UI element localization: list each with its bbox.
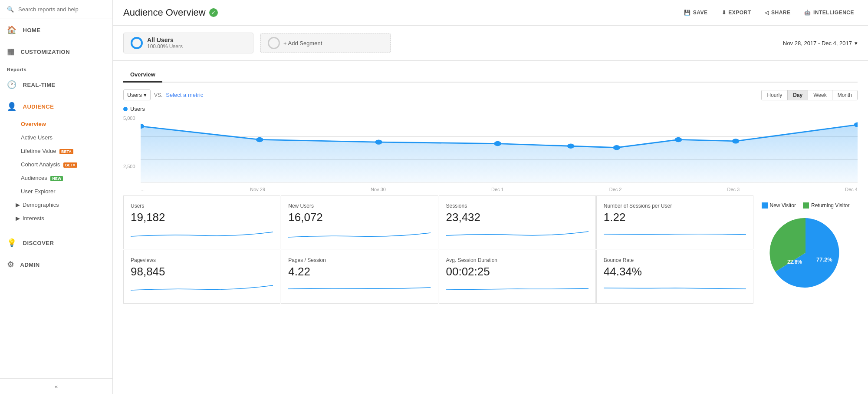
sidebar-item-discover[interactable]: 💡 DISCOVER — [0, 232, 112, 254]
returning-visitor-color — [803, 202, 809, 209]
sidebar-item-user-explorer[interactable]: User Explorer — [0, 185, 112, 198]
share-button[interactable]: ◁ SHARE — [761, 8, 794, 17]
intelligence-label: INTELLIGENCE — [813, 10, 854, 16]
stat-sessions: Sessions 23,432 — [439, 195, 596, 249]
sidebar-item-cohort-analysis[interactable]: Cohort Analysis BETA — [0, 158, 112, 171]
segment-circle — [131, 37, 143, 49]
interests-label: Interests — [23, 215, 44, 222]
bottom-area: Users 19,182 New Users 16,072 — [123, 195, 858, 304]
chart-x-labels: ... Nov 29 Nov 30 Dec 1 Dec 2 Dec 3 Dec … — [141, 187, 858, 192]
sidebar-discover-label: DISCOVER — [23, 240, 54, 246]
svg-point-5 — [256, 137, 263, 142]
sidebar-item-home[interactable]: 🏠 HOME — [0, 19, 112, 41]
sidebar-admin-label: ADMIN — [20, 262, 40, 268]
sidebar: 🔍 🏠 HOME ▦ CUSTOMIZATION Reports 🕐 REAL-… — [0, 0, 113, 394]
save-label: SAVE — [693, 10, 708, 16]
stats-row-1: Users 19,182 New Users 16,072 — [123, 195, 753, 249]
chart-legend: Users — [123, 106, 858, 112]
stat-avg-duration: Avg. Session Duration 00:02:25 — [439, 250, 596, 304]
save-button[interactable]: 💾 SAVE — [681, 8, 711, 17]
svg-text:77.2%: 77.2% — [816, 256, 832, 263]
page-title: Audience Overview — [123, 7, 206, 18]
lifetime-value-badge: BETA — [59, 149, 73, 154]
stat-bounce-rate: Bounce Rate 44.34% — [596, 250, 753, 304]
sidebar-item-audiences[interactable]: Audiences NEW — [0, 171, 112, 185]
audiences-badge: NEW — [50, 176, 63, 181]
pie-section: New Visitor Returning Visitor — [753, 195, 858, 304]
sidebar-audience-label: AUDIENCE — [23, 103, 54, 110]
stat-sessions-per-user: Number of Sessions per User 1.22 — [596, 195, 753, 249]
dropdown-arrow: ▾ — [144, 92, 147, 98]
pie-legend: New Visitor Returning Visitor — [762, 202, 850, 209]
users-value: 19,182 — [131, 211, 273, 224]
time-btn-hourly[interactable]: Hourly — [762, 90, 788, 100]
export-button[interactable]: ⬇ EXPORT — [718, 8, 755, 17]
export-icon: ⬇ — [722, 10, 727, 16]
sidebar-item-active-users[interactable]: Active Users — [0, 131, 112, 144]
pageviews-label: Pageviews — [131, 257, 273, 263]
segment-info: All Users 100.00% Users — [147, 36, 183, 50]
admin-icon: ⚙ — [7, 260, 14, 269]
sidebar-customization-label: CUSTOMIZATION — [21, 49, 70, 55]
intelligence-button[interactable]: 🤖 INTELLIGENCE — [801, 8, 858, 17]
sessions-label: Sessions — [446, 203, 589, 209]
stat-pageviews: Pageviews 98,845 — [123, 250, 280, 304]
sidebar-item-realtime[interactable]: 🕐 REAL-TIME — [0, 74, 112, 96]
sidebar-item-lifetime-value[interactable]: Lifetime Value BETA — [0, 144, 112, 158]
intelligence-icon: 🤖 — [804, 10, 811, 16]
svg-point-7 — [494, 141, 501, 146]
add-segment-button[interactable]: + Add Segment — [260, 33, 391, 53]
all-users-segment[interactable]: All Users 100.00% Users — [123, 33, 253, 53]
chart-y-labels: 5,000 2,500 — [123, 114, 135, 192]
time-btn-day[interactable]: Day — [788, 90, 808, 100]
sessions-per-user-label: Number of Sessions per User — [604, 203, 746, 209]
pie-chart-svg: 77.2% 22.8% — [766, 214, 845, 292]
expand-icon-2: ▶ — [16, 215, 20, 222]
cohort-badge: BETA — [63, 162, 77, 168]
select-metric-link[interactable]: Select a metric — [166, 92, 203, 98]
search-icon: 🔍 — [7, 6, 14, 13]
vs-label: VS. — [154, 92, 162, 98]
discover-icon: 💡 — [7, 238, 17, 248]
sidebar-item-overview[interactable]: Overview — [0, 117, 112, 131]
tabs-bar: Overview — [123, 68, 858, 83]
sidebar-realtime-label: REAL-TIME — [23, 82, 56, 88]
search-bar[interactable]: 🔍 — [0, 0, 112, 19]
time-buttons: Hourly Day Week Month — [761, 90, 858, 100]
pageviews-value: 98,845 — [131, 265, 273, 278]
expand-icon: ▶ — [16, 202, 20, 208]
segment-sub: 100.00% Users — [147, 43, 183, 50]
svg-point-9 — [613, 145, 621, 150]
metric-selector: Users ▾ VS. Select a metric — [123, 89, 203, 100]
content-area: Overview Users ▾ VS. Select a metric Hou… — [113, 61, 868, 311]
sessions-per-user-value: 1.22 — [604, 211, 746, 224]
sidebar-item-audience[interactable]: 👤 AUDIENCE — [0, 96, 112, 117]
stats-row-2: Pageviews 98,845 Pages / Session 4.22 — [123, 250, 753, 304]
stat-users: Users 19,182 — [123, 195, 280, 249]
avg-duration-value: 00:02:25 — [446, 265, 589, 278]
users-label: Users — [131, 203, 273, 209]
svg-text:22.8%: 22.8% — [787, 259, 802, 265]
home-icon: 🏠 — [7, 25, 17, 35]
date-range-picker[interactable]: Nov 28, 2017 - Dec 4, 2017 ▾ — [783, 40, 858, 46]
sidebar-item-interests[interactable]: ▶ Interests — [0, 212, 112, 225]
sidebar-item-admin[interactable]: ⚙ ADMIN — [0, 254, 112, 275]
new-users-label: New Users — [288, 203, 431, 209]
top-bar-actions: 💾 SAVE ⬇ EXPORT ◁ SHARE 🤖 INTELLIGENCE — [681, 8, 858, 17]
sidebar-collapse-button[interactable]: « — [0, 378, 112, 394]
date-range-label: Nov 28, 2017 - Dec 4, 2017 — [783, 40, 852, 46]
time-btn-week[interactable]: Week — [808, 90, 832, 100]
chart-area: 5,000 2,500 — [123, 114, 858, 192]
add-segment-circle — [268, 37, 280, 49]
new-visitor-label: New Visitor — [770, 202, 796, 209]
tab-overview[interactable]: Overview — [123, 68, 162, 83]
returning-visitor-label: Returning Visitor — [811, 202, 850, 209]
sidebar-item-customization[interactable]: ▦ CUSTOMIZATION — [0, 41, 112, 63]
search-input[interactable] — [18, 6, 105, 13]
time-btn-month[interactable]: Month — [832, 90, 857, 100]
metric-dropdown[interactable]: Users ▾ — [123, 89, 151, 100]
realtime-icon: 🕐 — [7, 80, 17, 89]
stat-pages-session: Pages / Session 4.22 — [281, 250, 438, 304]
sidebar-item-demographics[interactable]: ▶ Demographics — [0, 198, 112, 212]
segments-left: All Users 100.00% Users + Add Segment — [123, 33, 391, 53]
